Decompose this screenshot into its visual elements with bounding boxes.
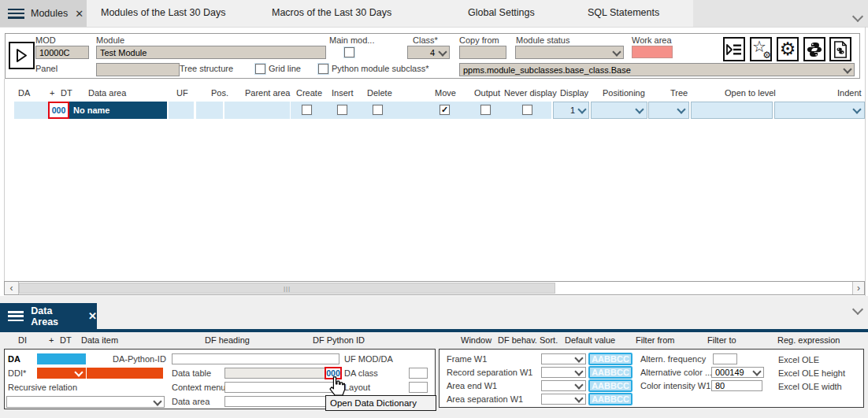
module-status-select[interactable] — [515, 46, 624, 59]
chevron-down-icon[interactable] — [854, 304, 862, 318]
create-checkbox[interactable] — [302, 105, 312, 115]
tab-global-settings[interactable]: Global Settings — [468, 7, 535, 18]
excel-ole-height-label: Excel OLE height — [778, 368, 845, 378]
tree-structure-label: Tree structure — [180, 64, 233, 73]
row-cell-parent-area[interactable] — [224, 102, 290, 119]
python-button[interactable] — [803, 37, 825, 61]
col-header-df-heading: DF heading — [205, 335, 250, 345]
tab-macros-last-30-days[interactable]: Macros of the Last 30 Days — [272, 7, 391, 18]
record-separation-w1-select[interactable] — [541, 367, 586, 378]
altern-frequency-label: Altern. frequency — [640, 354, 706, 364]
context-menu-input[interactable] — [224, 382, 342, 393]
tree-select[interactable] — [648, 102, 689, 119]
record-separation-w1-label: Record separation W1 — [447, 368, 532, 377]
grid-line-checkbox[interactable] — [255, 64, 265, 74]
close-icon[interactable]: ✕ — [75, 9, 83, 19]
row-dt-badge[interactable]: 000 — [48, 102, 69, 119]
tab-sql-statements[interactable]: SQL Statements — [588, 7, 659, 18]
scroll-left-button[interactable]: ‹ — [5, 282, 19, 294]
display-select[interactable]: 1 — [553, 102, 589, 119]
chevron-down-icon — [677, 105, 685, 113]
move-checkbox-checked[interactable]: ✓ — [440, 105, 450, 115]
tab-data-areas-active[interactable]: Data Areas ✕ — [0, 303, 97, 329]
scroll-right-button[interactable]: › — [852, 282, 864, 294]
main-mod-checkbox[interactable] — [344, 47, 354, 57]
ddi-select-orange[interactable] — [37, 368, 86, 379]
positioning-select[interactable] — [591, 102, 647, 119]
row-cell-flags — [291, 102, 551, 119]
da-python-id-label: DA-Python-ID — [113, 354, 166, 364]
chevron-down-icon — [577, 105, 586, 113]
horizontal-scrollbar[interactable]: ‹ ||| › — [4, 281, 865, 295]
chevron-down-icon — [612, 47, 621, 56]
layout-input[interactable] — [409, 382, 428, 393]
recursive-relation-select[interactable] — [6, 396, 165, 408]
indent-select[interactable] — [774, 102, 865, 119]
add-row-button[interactable]: + — [50, 88, 54, 98]
ddi-label: DDI* — [8, 368, 26, 378]
row-cell-uf[interactable] — [169, 102, 194, 119]
copy-from-input[interactable] — [459, 46, 506, 59]
col-header-reg-expression: Reg. expression — [777, 335, 840, 345]
close-icon[interactable]: ✕ — [88, 311, 97, 321]
col-header-data-item: Data item — [81, 335, 118, 345]
class-select[interactable]: 4 — [407, 46, 450, 59]
da-python-id-input[interactable] — [172, 353, 339, 364]
chevron-down-icon — [574, 353, 583, 362]
never-display-checkbox[interactable] — [522, 105, 532, 115]
recursive-relation-label: Recursive relation — [8, 383, 77, 392]
data-table-input[interactable] — [224, 368, 325, 379]
col-header-filter-from: Filter from — [636, 335, 675, 345]
scrollbar-thumb[interactable]: ||| — [19, 283, 555, 294]
add-data-item-button[interactable]: + — [49, 335, 54, 345]
record-separation-w1-color-swatch[interactable]: AABBCC — [588, 366, 632, 379]
work-area-field[interactable] — [632, 46, 673, 58]
da-field-cyan[interactable] — [37, 353, 86, 364]
module-name-input[interactable]: Test Module — [96, 46, 326, 59]
frame-w1-select[interactable] — [541, 353, 586, 364]
area-separation-w1-label: Area separation W1 — [447, 394, 523, 404]
area-separation-w1-color-swatch[interactable]: AABBCC — [588, 393, 632, 405]
col-header-da: DA — [18, 88, 30, 98]
area-separation-w1-select[interactable] — [541, 394, 586, 405]
star-settings-button[interactable]: ☆ ⚙ — [750, 37, 772, 61]
chevron-down-icon — [852, 105, 861, 113]
tab-modules-active[interactable]: Modules ✕ — [0, 0, 87, 27]
panel-input[interactable] — [96, 63, 180, 76]
ddi-field-orange[interactable] — [87, 368, 163, 379]
col-header-default-value: Default value — [565, 335, 615, 345]
col-header-display: Display — [560, 88, 588, 98]
frame-w1-color-swatch[interactable]: AABBCC — [588, 353, 632, 365]
mod-input[interactable]: 10000C — [35, 46, 89, 59]
row-cell-da[interactable] — [14, 102, 48, 119]
col-header-filter-to: Filter to — [707, 335, 736, 345]
settings-button[interactable]: ⚙ — [777, 37, 799, 61]
open-to-level-cell[interactable] — [691, 102, 773, 119]
col-header-dt2: DT — [60, 335, 72, 345]
area-end-w1-color-swatch[interactable]: AABBCC — [588, 379, 632, 392]
run-macro-list-button[interactable] — [723, 37, 745, 61]
hamburger-icon[interactable] — [8, 311, 24, 321]
row-cell-pos[interactable] — [196, 102, 223, 119]
hamburger-icon[interactable] — [8, 9, 24, 19]
altern-frequency-input[interactable] — [713, 353, 737, 364]
alternative-color-select[interactable]: 000149 — [711, 367, 764, 378]
output-checkbox[interactable] — [480, 105, 491, 115]
python-file-button[interactable] — [829, 37, 851, 61]
data-area-label: Data area — [172, 397, 210, 406]
python-subclass-checkbox[interactable] — [318, 64, 328, 74]
row-cell-data-area-selected[interactable]: No name — [69, 102, 167, 119]
run-module-button[interactable] — [9, 42, 35, 69]
grid-line-label: Grid line — [269, 64, 301, 73]
python-subclass-select[interactable]: ppms.module_subclasses.base_class.Base — [459, 63, 855, 76]
tab-modules-last-30-days[interactable]: Modules of the Last 30 Days — [101, 7, 225, 18]
da-class-input[interactable] — [409, 368, 428, 379]
delete-checkbox[interactable] — [373, 105, 383, 115]
tab-bar-right-area — [693, 0, 868, 27]
col-header-data-area: Data area — [88, 88, 126, 98]
area-end-w1-select[interactable] — [541, 380, 586, 391]
col-header-di: DI — [18, 335, 27, 345]
chevron-down-icon[interactable] — [854, 11, 862, 25]
color-intensity-w1-input[interactable]: 80 — [711, 380, 762, 391]
insert-checkbox[interactable] — [337, 105, 347, 115]
